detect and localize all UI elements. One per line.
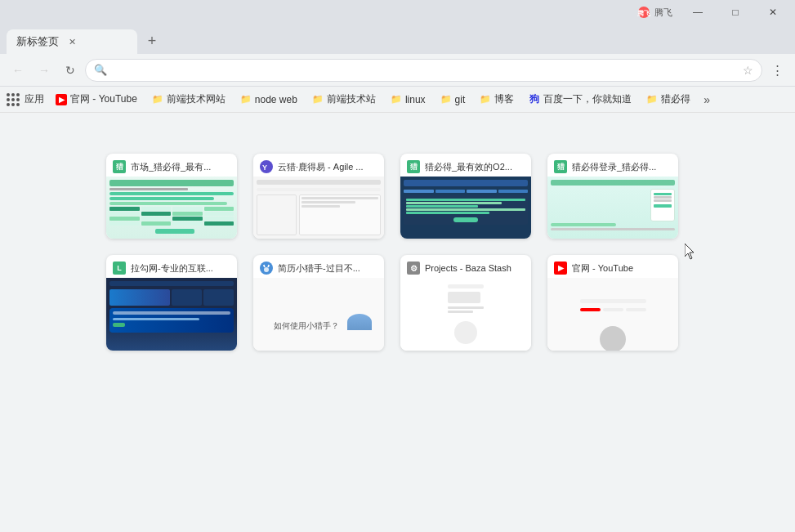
folder-icon: 📁 — [152, 94, 163, 105]
thumb-header: 猎 猎必得登录_猎必得... — [547, 154, 678, 177]
thumb-header: 猎 市场_猎必得_最有... — [106, 154, 237, 177]
thumb-title: 猎必得_最有效的O2... — [425, 161, 525, 173]
thumbnail-baza[interactable]: ⚙ Projects - Baza Stash — [400, 255, 531, 351]
thumb-title: 拉勾网-专业的互联... — [131, 262, 230, 275]
folder-icon: 📁 — [440, 94, 452, 105]
bookmark-label: git — [455, 94, 466, 105]
bookmark-label: 博客 — [494, 92, 514, 106]
forward-button[interactable]: → — [33, 59, 56, 82]
address-bar[interactable]: 🔍 ☆ — [85, 59, 762, 82]
maximize-button[interactable]: □ — [717, 0, 754, 25]
bookmarks-bar: 官网 - YouTube 应用 ▶ 官网 - YouTube 📁 前端技术网站 … — [0, 87, 795, 113]
youtube-favicon: ▶ — [56, 94, 67, 105]
thumb-favicon — [260, 262, 273, 275]
thumb-favicon: Y — [260, 160, 273, 173]
thumb-preview — [106, 177, 237, 239]
close-button[interactable]: ✕ — [754, 0, 792, 25]
bookmark-label: 前端技术站 — [327, 92, 376, 106]
url-input[interactable] — [112, 64, 738, 76]
thumb-favicon: L — [113, 262, 126, 275]
thumb-header: ▶ 官网 - YouTube — [547, 255, 678, 278]
tab-title: 新标签页 — [16, 34, 59, 49]
thumbnail-youtube[interactable]: ▶ 官网 - YouTube — [547, 255, 678, 351]
thumb-preview — [106, 278, 237, 351]
bookmark-qianduan-zhan[interactable]: 📁 前端技术站 — [306, 90, 382, 109]
thumb-preview — [547, 177, 678, 239]
app-name-label: 腾飞 — [654, 7, 672, 19]
svg-point-3 — [264, 267, 269, 272]
bookmark-baidu-label: 百度一下，你就知道 — [543, 92, 632, 106]
thumb-header: ⚙ Projects - Baza Stash — [400, 255, 531, 278]
minimize-button[interactable]: — — [679, 0, 717, 25]
thumb-preview — [253, 177, 384, 239]
folder-icon: 📁 — [480, 94, 491, 105]
thumb-preview — [547, 278, 678, 351]
thumbnails-grid: 猎 市场_猎必得_最有... Y — [0, 113, 795, 375]
bookmark-qianduan-wangzhan[interactable]: 📁 前端技术网站 — [145, 90, 232, 109]
bookmark-liebi[interactable]: 📁 猎必得 — [640, 90, 697, 109]
bookmark-label: linux — [405, 94, 426, 105]
bookmarks-more-button[interactable]: » — [700, 91, 713, 109]
thumbnail-liebi[interactable]: 猎 猎必得_最有效的O2... — [400, 154, 531, 239]
thumb-preview — [400, 177, 531, 239]
bookmark-label: node web — [255, 94, 297, 105]
thumb-favicon: 猎 — [554, 160, 567, 173]
bookmark-linux[interactable]: 📁 linux — [384, 92, 432, 108]
apps-grid-icon — [7, 93, 20, 106]
titlebar: 腾飞 腾飞 — □ ✕ — [0, 0, 795, 25]
back-button[interactable]: ← — [7, 59, 29, 82]
apps-text: 应用 — [25, 92, 44, 106]
bookmark-label: 前端技术网站 — [167, 92, 226, 106]
thumb-header: L 拉勾网-专业的互联... — [106, 255, 237, 278]
tab-close-button[interactable]: ✕ — [65, 35, 78, 48]
folder-icon: 📁 — [646, 94, 658, 105]
refresh-button[interactable]: ↻ — [59, 59, 82, 82]
thumb-header: 简历小猎手-过目不... — [253, 255, 384, 278]
bookmark-blog[interactable]: 📁 博客 — [473, 90, 520, 109]
thumb-favicon: 猎 — [407, 160, 420, 173]
tabbar: 新标签页 ✕ + — [0, 25, 795, 54]
main-content: 猎 市场_猎必得_最有... Y — [0, 113, 795, 532]
mouse-cursor — [685, 244, 696, 260]
apps-launcher[interactable]: 官网 - YouTube 应用 — [7, 92, 44, 106]
search-icon: 🔍 — [94, 64, 107, 76]
thumb-header: Y 云猎·鹿得易 - Agile ... — [253, 154, 384, 177]
folder-icon: 📁 — [391, 94, 402, 105]
bookmark-node-web[interactable]: 📁 node web — [234, 92, 304, 108]
thumb-favicon: 猎 — [113, 160, 126, 173]
thumbnail-lagou[interactable]: L 拉勾网-专业的互联... — [106, 255, 237, 351]
bookmark-baidu[interactable]: 狗 百度一下，你就知道 — [522, 90, 638, 109]
svg-marker-8 — [685, 244, 694, 259]
active-tab[interactable]: 新标签页 ✕ — [7, 29, 137, 54]
menu-button[interactable]: ⋮ — [766, 59, 788, 82]
jianli-preview-text: 如何使用小猎手？ — [266, 304, 347, 348]
bookmark-youtube-label: 官网 - YouTube — [70, 92, 137, 106]
folder-icon: 📁 — [240, 94, 252, 105]
thumb-header: 猎 猎必得_最有效的O2... — [400, 154, 531, 177]
bookmark-git[interactable]: 📁 git — [434, 92, 472, 108]
baidu-favicon: 狗 — [529, 94, 540, 105]
folder-icon: 📁 — [312, 94, 324, 105]
thumbnail-jianli[interactable]: 简历小猎手-过目不... 如何使用小猎手？ — [253, 255, 384, 351]
thumbnail-shichang[interactable]: 猎 市场_猎必得_最有... — [106, 154, 237, 239]
thumb-preview: 如何使用小猎手？ — [253, 278, 384, 351]
thumbnail-yunlei[interactable]: Y 云猎·鹿得易 - Agile ... — [253, 154, 384, 239]
thumb-title: 市场_猎必得_最有... — [131, 161, 230, 173]
svg-text:腾飞: 腾飞 — [637, 10, 650, 17]
thumb-title: 简历小猎手-过目不... — [278, 262, 377, 275]
bookmark-youtube[interactable]: ▶ 官网 - YouTube — [49, 90, 144, 109]
thumb-title: 官网 - YouTube — [572, 262, 672, 275]
new-tab-button[interactable]: + — [141, 29, 163, 52]
thumb-favicon: ⚙ — [407, 262, 420, 275]
thumb-preview — [400, 278, 531, 351]
toolbar: ← → ↻ 🔍 ☆ ⋮ — [0, 54, 795, 87]
thumb-title: Projects - Baza Stash — [425, 263, 525, 273]
thumb-title: 云猎·鹿得易 - Agile ... — [278, 161, 377, 173]
thumb-title: 猎必得登录_猎必得... — [572, 161, 672, 173]
bookmark-star-icon[interactable]: ☆ — [743, 64, 753, 77]
svg-text:Y: Y — [262, 163, 267, 172]
bookmark-label: 猎必得 — [661, 92, 690, 106]
app-icon: 腾飞 腾飞 — [636, 6, 672, 19]
thumb-favicon: ▶ — [554, 262, 567, 275]
thumbnail-denglu[interactable]: 猎 猎必得登录_猎必得... — [547, 154, 678, 239]
